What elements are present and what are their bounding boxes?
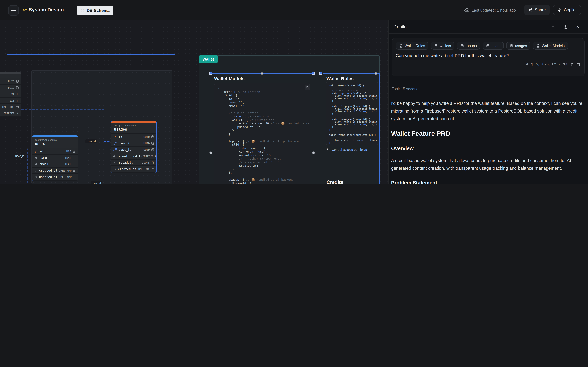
table-accent (111, 121, 156, 123)
resize-handle[interactable] (261, 72, 263, 75)
field-type: JSONB (142, 161, 150, 164)
table-accent (0, 73, 21, 74)
tab-db-schema[interactable]: DB Schema (77, 6, 113, 15)
wallet-models-code[interactable]: { users: { // collection $uid: { id: "" … (214, 83, 310, 184)
save-status: Last updated: 1 hour ago (464, 8, 516, 13)
table-row[interactable]: nameTEXTT (32, 155, 78, 161)
copilot-button[interactable]: Copilot (553, 5, 581, 15)
context-chip-wallet-rules[interactable]: Wallet Rules (396, 42, 428, 50)
table-row[interactable]: emailTEXTT (32, 161, 78, 167)
table-row[interactable]: created_atTIMESTAMP (32, 167, 78, 173)
wallet-rules-code[interactable]: match /users/{user_id} { // sub-collecti… (326, 82, 378, 145)
context-chip-usages[interactable]: usages (506, 42, 530, 50)
context-chip-topups[interactable]: topups (457, 42, 480, 50)
table-row[interactable]: idUUID (32, 148, 78, 154)
table-row[interactable]: UUID (0, 85, 21, 91)
app-window: Wallet user_id user_id user_id user_id U… (0, 0, 588, 184)
nullable-field-icon (34, 169, 37, 172)
diagram-canvas[interactable]: Wallet user_id user_id user_id user_id U… (0, 0, 388, 184)
prd-title: Wallet Feature PRD (391, 129, 585, 138)
table-row[interactable]: TEXTT (0, 98, 21, 103)
field-name: updated_at (39, 175, 57, 179)
context-chip-wallets[interactable]: wallets (431, 42, 454, 50)
trash-icon[interactable] (577, 62, 581, 66)
table-header[interactable]: postgres.db.schemausages (111, 123, 156, 133)
required-field-icon (34, 162, 38, 166)
edge-label-user-id: user_id (14, 154, 26, 158)
lightning-icon (557, 8, 562, 12)
share-button[interactable]: Share (524, 5, 550, 15)
timestamp-type-icon (16, 105, 19, 108)
resize-handle[interactable] (374, 72, 377, 75)
field-type: TIMESTAMP (136, 167, 150, 170)
panel-title: Wallet Rules (327, 76, 354, 81)
field-type: UUID (144, 142, 150, 145)
foreign-key-icon (113, 148, 117, 151)
rules-link-row: • Control access per fields (323, 147, 380, 152)
copy-icon[interactable] (305, 85, 310, 90)
cloud-check-icon (464, 8, 469, 13)
table-row[interactable]: INTEGER# (0, 110, 21, 116)
copy-icon[interactable] (570, 62, 574, 66)
close-button[interactable]: × (575, 24, 580, 30)
table-row[interactable]: updated_atTIMESTAMP (32, 174, 78, 180)
primary-key-icon (113, 135, 117, 139)
message-timestamp: Aug 15, 2025, 02:32 PM (526, 62, 567, 66)
field-type: TEXT (8, 99, 14, 102)
database-icon (486, 44, 490, 48)
resize-handle[interactable] (209, 72, 212, 75)
resize-handle[interactable] (312, 72, 314, 75)
field-type: UUID (65, 150, 71, 153)
new-chat-button[interactable]: + (550, 24, 556, 30)
table-usages[interactable]: postgres.db.schemausagesidUUIDuser_idUUI… (111, 121, 157, 173)
database-icon (460, 44, 464, 48)
panel-wallet-rules[interactable]: Wallet Rules match /users/{user_id} { //… (323, 73, 380, 184)
context-chip-users[interactable]: users (483, 42, 504, 50)
nullable-field-icon (34, 175, 37, 179)
table-row[interactable]: user_idUUID (111, 140, 156, 146)
table-header[interactable]: postgres.db.schemausers (32, 137, 78, 148)
field-type: TEXT (8, 92, 14, 96)
resize-handle[interactable] (320, 72, 322, 75)
timestamp-type-icon (73, 175, 76, 178)
problem-heading: Problem Statement (391, 179, 585, 184)
table-row[interactable]: amount_creditsINTEGER# (111, 153, 156, 159)
history-button[interactable] (562, 24, 568, 30)
database-icon (510, 44, 513, 48)
copilot-panel: Copilot + × Wallet Ruleswalletstopupsuse… (388, 20, 588, 184)
database-icon (80, 8, 85, 12)
table-row[interactable]: idUUID (111, 134, 156, 140)
resize-handle[interactable] (312, 151, 315, 154)
table-row[interactable]: metadataJSONB{} (111, 160, 156, 166)
text-type-icon: T (16, 92, 19, 96)
resize-handle[interactable] (209, 151, 212, 154)
table-header[interactable] (0, 74, 21, 78)
table-accent (32, 135, 78, 137)
table-row[interactable]: UUID (0, 78, 21, 84)
credits-heading: Credits (323, 180, 380, 184)
context-chip-wallet-models[interactable]: Wallet Models (533, 42, 568, 50)
table-row[interactable]: TIMESTAMP (0, 104, 21, 110)
table-row[interactable]: created_atTIMESTAMP (111, 166, 156, 172)
menu-button[interactable] (8, 5, 19, 16)
tab-label: DB Schema (87, 8, 110, 13)
chip-label: usages (515, 44, 527, 48)
required-field-icon (34, 156, 38, 159)
nullable-field-icon (113, 167, 116, 171)
field-name: metadata (119, 161, 133, 164)
table-row[interactable]: post_idUUID (111, 147, 156, 153)
message-meta: Aug 15, 2025, 02:32 PM (396, 62, 581, 66)
panel-wallet-models[interactable]: Wallet Models { users: { // collection $… (211, 73, 313, 184)
table-offscreen[interactable]: UUIDUUIDTEXTTTEXTTTIMESTAMPINTEGER# (0, 72, 21, 117)
last-updated-text: Last updated: 1 hour ago (472, 8, 516, 13)
table-schema: postgres.db.schema (35, 139, 75, 141)
text-type-icon: T (72, 156, 76, 159)
table-users[interactable]: postgres.db.schemausersidUUIDnameTEXTTem… (32, 135, 78, 181)
table-schema: postgres.db.schema (114, 124, 154, 127)
overview-paragraph: A credit-based wallet system that allows… (391, 157, 585, 172)
uuid-type-icon (16, 86, 19, 89)
table-row[interactable]: TEXTT (0, 91, 21, 97)
uuid-type-icon (151, 142, 154, 145)
response-intro: I'd be happy to help you write a PRD for… (391, 100, 585, 123)
timestamp-type-icon (73, 169, 76, 172)
